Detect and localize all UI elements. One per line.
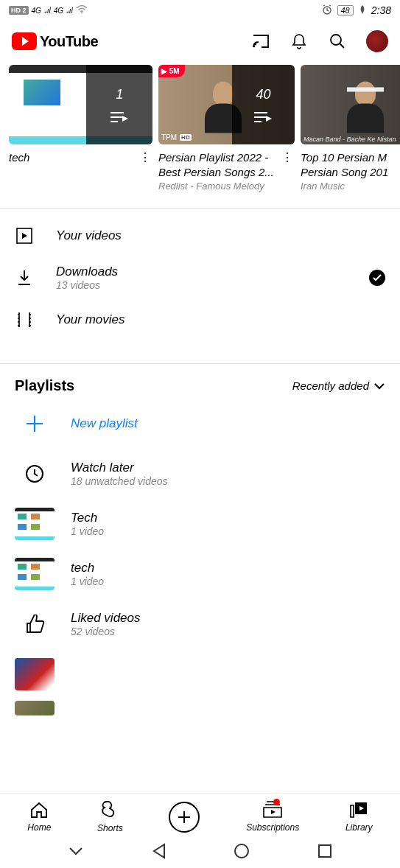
sys-recent-icon[interactable] <box>317 844 332 861</box>
thumb-caption: Macan Band - Bache Ke Nistan <box>303 136 396 143</box>
card-menu-icon[interactable]: ⋮ <box>280 150 295 192</box>
check-badge-icon <box>369 270 385 286</box>
playlists-header: Playlists Recently added <box>0 364 400 399</box>
signal-2: 4G ₊ıl <box>54 7 73 15</box>
carousel-subtitle: Redlist - Famous Melody <box>158 181 277 192</box>
playlist-subtitle: 1 video <box>71 575 104 587</box>
watch-later-row[interactable]: Watch later 18 unwatched videos <box>0 449 400 499</box>
library-icon <box>349 801 368 821</box>
playlist-title: Watch later <box>71 461 168 475</box>
clock-icon <box>15 458 55 490</box>
account-avatar[interactable] <box>366 30 388 52</box>
card-menu-icon[interactable]: ⋮ <box>138 150 152 165</box>
notifications-icon[interactable] <box>290 32 309 51</box>
carousel-subtitle: Iran Music <box>301 181 400 192</box>
home-icon <box>29 801 49 821</box>
leaf-icon <box>358 4 367 17</box>
your-movies-row[interactable]: Your movies <box>0 301 400 338</box>
carousel-thumb[interactable]: Macan Band - Bache Ke Nistan <box>301 65 400 144</box>
svg-rect-8 <box>319 845 331 857</box>
playlist-title: Liked videos <box>71 611 141 626</box>
playlist-subtitle: 1 video <box>71 525 104 537</box>
nav-home[interactable]: Home <box>27 801 51 833</box>
system-nav <box>0 837 400 868</box>
playlist-subtitle: 18 unwatched videos <box>71 475 168 487</box>
carousel-card[interactable]: Macan Band - Bache Ke Nistan Top 10 Pers… <box>301 65 400 192</box>
new-playlist-label: New playlist <box>71 416 138 431</box>
playlist-title: Tech <box>71 511 104 525</box>
row-title: Your movies <box>56 312 385 327</box>
carousel-card[interactable]: 1 tech ⋮ <box>9 65 152 192</box>
sys-home-icon[interactable] <box>234 843 250 862</box>
playlist-row[interactable] <box>0 649 400 699</box>
playlist-thumb <box>15 508 55 540</box>
thumbs-up-icon <box>15 608 55 640</box>
nav-label: Home <box>27 822 51 833</box>
carousel-thumb[interactable]: 1 <box>9 65 152 144</box>
status-right: 48 2:38 <box>321 4 392 18</box>
bottom-nav: Home Shorts Subscriptions Library <box>0 793 400 837</box>
playlist-count: 40 <box>256 87 270 102</box>
nav-label: Shorts <box>97 823 123 833</box>
status-left: HD 2 4G ₊ıl 4G ₊ıl <box>9 4 88 16</box>
playlist-row[interactable] <box>0 699 400 717</box>
row-title: Your videos <box>56 228 385 243</box>
nav-shorts[interactable]: Shorts <box>97 800 123 833</box>
carousel-thumb[interactable]: ▶ 5M TPM HD 40 <box>158 65 295 144</box>
new-playlist-row[interactable]: New playlist <box>0 399 400 449</box>
playlist-row[interactable]: tech 1 video <box>0 549 400 599</box>
nav-library[interactable]: Library <box>345 801 373 833</box>
carousel-title: tech <box>9 150 135 165</box>
app-bar: YouTube <box>0 21 400 62</box>
playlist-icon <box>110 111 128 123</box>
svg-point-3 <box>331 35 341 45</box>
playlists-heading: Playlists <box>15 377 74 394</box>
liked-videos-row[interactable]: Liked videos 52 videos <box>0 599 400 649</box>
playlist-icon <box>254 111 272 123</box>
wifi-icon <box>76 4 88 16</box>
download-icon <box>15 270 34 286</box>
shorts-icon <box>101 800 119 822</box>
play-outline-icon <box>15 228 34 244</box>
row-subtitle: 13 videos <box>56 279 347 291</box>
hd-badge: HD 2 <box>9 6 29 15</box>
status-bar: HD 2 4G ₊ıl 4G ₊ıl 48 2:38 <box>0 0 400 21</box>
views-badge: ▶ 5M <box>158 65 185 77</box>
brand-text: YouTube <box>40 33 98 50</box>
playlist-count: 1 <box>116 87 123 102</box>
sys-chevron-down-icon[interactable] <box>68 846 84 859</box>
downloads-row[interactable]: Downloads 13 videos <box>0 254 400 301</box>
cast-icon[interactable] <box>251 32 270 51</box>
playlist-thumb <box>15 658 55 690</box>
svg-point-2 <box>253 46 255 47</box>
chevron-down-icon <box>373 379 385 392</box>
history-carousel[interactable]: 1 tech ⋮ ▶ 5M TPM HD 40 <box>0 62 400 192</box>
search-icon[interactable] <box>328 32 347 51</box>
nav-subscriptions[interactable]: Subscriptions <box>246 801 299 833</box>
playlist-thumb <box>15 558 55 590</box>
carousel-title: Top 10 Persian M Persian Song 201 <box>301 150 400 179</box>
carousel-card[interactable]: ▶ 5M TPM HD 40 Persian Playlist 2022 - B… <box>158 65 295 192</box>
sys-back-icon[interactable] <box>152 843 166 862</box>
sort-control[interactable]: Recently added <box>292 379 385 392</box>
create-icon <box>169 802 200 833</box>
alarm-icon <box>321 4 333 18</box>
subscriptions-icon <box>262 801 283 821</box>
battery-indicator: 48 <box>337 5 354 15</box>
library-menu: Your videos Downloads 13 videos Your mov… <box>0 209 400 347</box>
film-icon <box>15 312 34 328</box>
row-title: Downloads <box>56 265 347 279</box>
nav-create[interactable] <box>169 802 200 833</box>
playlist-title: tech <box>71 561 104 575</box>
sort-label: Recently added <box>292 379 369 392</box>
your-videos-row[interactable]: Your videos <box>0 217 400 254</box>
youtube-logo[interactable]: YouTube <box>12 32 98 50</box>
svg-point-7 <box>235 844 248 858</box>
nav-label: Subscriptions <box>246 822 299 833</box>
clock-time: 2:38 <box>371 4 391 16</box>
playlist-row[interactable]: Tech 1 video <box>0 499 400 549</box>
nav-label: Library <box>345 822 373 833</box>
svg-point-0 <box>81 13 83 14</box>
playlist-thumb <box>15 701 55 715</box>
channel-watermark: TPM HD <box>161 133 192 141</box>
